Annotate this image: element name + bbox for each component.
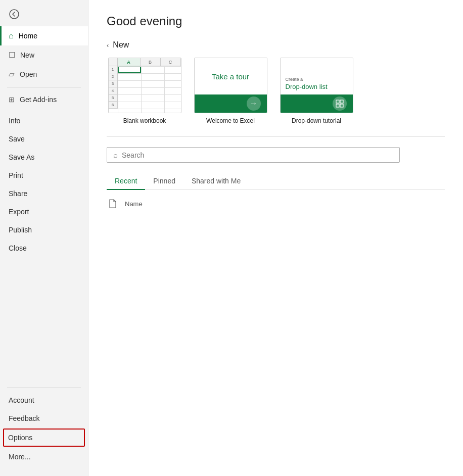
close-label: Close [9, 244, 27, 252]
template-welcome-excel[interactable]: Take a tour → Welcome to Excel [193, 58, 268, 124]
new-file-icon: ☐ [9, 51, 15, 60]
sidebar-item-info[interactable]: Info [0, 112, 88, 130]
svg-point-0 [10, 10, 19, 19]
dropdown-tutorial-label: Drop-down tutorial [292, 117, 341, 124]
search-icon: ⌕ [113, 151, 118, 159]
welcome-banner: → [195, 94, 267, 113]
share-label: Share [9, 189, 27, 198]
sidebar-item-print[interactable]: Print [0, 166, 88, 184]
search-bar: ⌕ [107, 147, 400, 163]
section-divider [107, 136, 445, 137]
row-6: 6 [109, 102, 118, 109]
welcome-excel-label: Welcome to Excel [206, 117, 255, 124]
info-label: Info [9, 117, 20, 125]
sidebar-item-account[interactable]: Account [0, 391, 88, 409]
sidebar-item-save-as[interactable]: Save As [0, 148, 88, 166]
sidebar-item-new[interactable]: ☐ New [0, 45, 88, 65]
blank-workbook-grid: A B C 1 2 3 4 5 6 [109, 58, 181, 113]
template-dropdown-tutorial[interactable]: Create a Drop-down list [279, 58, 354, 124]
tab-pinned[interactable]: Pinned [145, 173, 183, 190]
row-2: 2 [109, 73, 118, 80]
home-label: Home [19, 32, 37, 40]
export-label: Export [9, 208, 29, 216]
greeting-text: Good evening [107, 14, 445, 28]
addins-label: Get Add-ins [20, 96, 57, 104]
new-section-title: New [113, 40, 129, 50]
sidebar-item-feedback[interactable]: Feedback [0, 409, 88, 427]
row-3: 3 [109, 80, 118, 87]
dropdown-title-text: Drop-down list [286, 83, 328, 90]
sidebar-item-get-add-ins[interactable]: ⊞ Get Add-ins [0, 90, 88, 109]
file-list-header: Name [107, 196, 445, 211]
welcome-content: Take a tour → [195, 58, 267, 113]
addins-icon: ⊞ [9, 96, 15, 104]
sidebar-item-home[interactable]: ⌂ Home [0, 26, 88, 45]
divider-2 [7, 388, 81, 388]
collapse-chevron-icon[interactable]: ‹ [107, 41, 109, 49]
divider-1 [7, 87, 81, 87]
col-header-a: A [118, 58, 141, 66]
new-section-header: ‹ New [107, 40, 445, 50]
new-label: New [20, 51, 34, 59]
welcome-excel-thumb: Take a tour → [194, 58, 267, 113]
svg-rect-4 [340, 104, 343, 107]
save-label: Save [9, 135, 25, 143]
tabs-row: Recent Pinned Shared with Me [107, 173, 445, 190]
home-icon: ⌂ [9, 31, 14, 40]
row-4: 4 [109, 87, 118, 94]
open-label: Open [20, 70, 37, 78]
sidebar-item-more[interactable]: More... [0, 448, 88, 466]
blank-workbook-label: Blank workbook [123, 117, 166, 124]
dropdown-content: Create a Drop-down list [281, 58, 353, 113]
arrow-circle-icon: → [247, 97, 261, 111]
account-label: Account [9, 396, 34, 404]
col-header-c: C [161, 58, 181, 66]
back-button[interactable] [4, 4, 24, 24]
name-col-header: Name [125, 200, 143, 208]
blank-workbook-thumb: A B C 1 2 3 4 5 6 [108, 58, 181, 113]
svg-rect-3 [336, 104, 339, 107]
dropdown-icon [333, 97, 347, 111]
sidebar-item-publish[interactable]: Publish [0, 221, 88, 239]
sidebar-item-save[interactable]: Save [0, 130, 88, 148]
tab-shared-with-me[interactable]: Shared with Me [183, 173, 249, 190]
row-5: 5 [109, 94, 118, 102]
main-content: Good evening ‹ New A B C 1 2 [88, 0, 463, 476]
dropdown-tutorial-thumb: Create a Drop-down list [280, 58, 353, 113]
take-tour-text: Take a tour [212, 72, 249, 81]
grid-lines [118, 66, 181, 113]
tab-recent[interactable]: Recent [107, 173, 145, 190]
row-1: 1 [109, 66, 118, 73]
dropdown-create-text: Create a [286, 77, 303, 82]
search-input[interactable] [122, 151, 393, 159]
sidebar-item-share[interactable]: Share [0, 184, 88, 203]
more-label: More... [9, 453, 31, 461]
print-label: Print [9, 171, 23, 179]
svg-rect-1 [336, 100, 339, 103]
sidebar-item-open[interactable]: ▱ Open [0, 65, 88, 84]
options-label: Options [8, 434, 32, 442]
feedback-label: Feedback [9, 414, 39, 422]
file-icon-col [107, 199, 119, 208]
dropdown-banner [281, 94, 353, 113]
templates-row: A B C 1 2 3 4 5 6 [107, 58, 445, 124]
open-folder-icon: ▱ [9, 70, 15, 79]
publish-label: Publish [9, 226, 32, 234]
sidebar: ⌂ Home ☐ New ▱ Open ⊞ Get Add-ins Info S… [0, 0, 88, 476]
sidebar-bottom: Account Feedback Options More... [0, 391, 88, 476]
svg-rect-2 [340, 100, 343, 103]
sidebar-item-export[interactable]: Export [0, 203, 88, 221]
col-header-b: B [141, 58, 161, 66]
sidebar-item-options[interactable]: Options [3, 429, 85, 447]
save-as-label: Save As [9, 153, 34, 161]
welcome-text-area: Take a tour [212, 58, 249, 94]
template-blank-workbook[interactable]: A B C 1 2 3 4 5 6 [107, 58, 182, 124]
sidebar-item-close[interactable]: Close [0, 239, 88, 257]
